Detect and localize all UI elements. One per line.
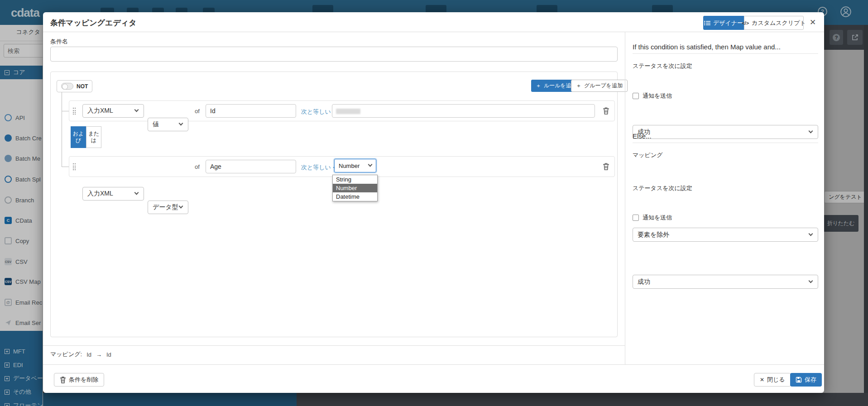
save-icon xyxy=(796,377,802,383)
chevron-down-icon xyxy=(809,231,813,236)
rule1-value-input[interactable] xyxy=(332,104,595,118)
trash-icon xyxy=(60,376,66,383)
divider xyxy=(43,364,824,365)
condition-mapping-editor-dialog: 条件マッピングエディタ デザイナー </> カスタムスクリプト ✕ 条件名 NO… xyxy=(43,12,824,393)
save-button[interactable]: 保存 xyxy=(790,373,822,387)
chevron-down-icon xyxy=(179,204,183,209)
dialog-title: 条件マッピングエディタ xyxy=(50,18,137,28)
rule2-source-select[interactable]: 入力XML xyxy=(82,187,144,201)
rule1-field-input[interactable] xyxy=(206,104,296,118)
tree-connector xyxy=(62,111,69,111)
rule1-attribute-select[interactable]: 値 xyxy=(148,118,188,131)
redacted-value xyxy=(336,109,360,114)
rule2-field-input[interactable] xyxy=(206,160,296,173)
chevron-down-icon xyxy=(179,121,183,126)
chevron-down-icon xyxy=(809,278,813,283)
divider xyxy=(43,32,824,32)
notify2-checkbox[interactable] xyxy=(633,215,639,221)
rule1-operator-link[interactable]: 次と等しい xyxy=(301,108,336,116)
mapping-summary: マッピング: Id → Id xyxy=(50,350,111,358)
divider xyxy=(633,53,818,54)
of-label: of xyxy=(195,108,200,115)
code-icon: </> xyxy=(742,20,749,26)
panel-divider xyxy=(625,32,625,364)
chevron-down-icon xyxy=(134,191,139,195)
else-heading: Else... xyxy=(633,132,652,140)
drag-handle-icon[interactable] xyxy=(73,163,76,170)
rule1-delete-icon[interactable] xyxy=(603,107,609,115)
of-label: of xyxy=(195,163,200,170)
rule1-source-select[interactable]: 入力XML xyxy=(82,104,144,118)
status-select[interactable]: 成功 xyxy=(633,125,818,139)
rule2-operator-link[interactable]: 次と等しい xyxy=(301,163,336,172)
or-button[interactable]: または xyxy=(86,126,101,148)
close-dialog-icon[interactable]: ✕ xyxy=(807,17,818,28)
and-button[interactable]: および xyxy=(71,126,86,148)
plus-icon: ＋ xyxy=(536,82,541,90)
option-string[interactable]: String xyxy=(333,175,377,184)
arrow-right-icon: → xyxy=(96,351,102,358)
type-select-dropdown: String Number Datetime xyxy=(332,175,378,201)
notify-checkbox[interactable] xyxy=(633,93,639,99)
chevron-down-icon xyxy=(368,162,373,167)
delete-condition-button[interactable]: 条件を削除 xyxy=(54,373,104,387)
option-datetime[interactable]: Datetime xyxy=(333,192,377,201)
chevron-down-icon xyxy=(809,129,813,133)
list-icon xyxy=(704,20,710,26)
rule2-type-select[interactable]: Number xyxy=(334,159,376,172)
screen: cdata ? コネクタ コア API Batch Cre xyxy=(0,0,868,406)
mapping-select[interactable]: 要素を除外 xyxy=(633,228,818,242)
tree-connector xyxy=(62,92,62,167)
not-toggle-group: NOT xyxy=(57,80,92,92)
drag-handle-icon[interactable] xyxy=(73,108,76,115)
custom-script-view-button[interactable]: </> カスタムスクリプト xyxy=(744,16,804,30)
status2-label: ステータスを次に設定 xyxy=(633,184,692,192)
status-label: ステータスを次に設定 xyxy=(633,62,692,70)
notify-checkbox-row: 通知を送信 xyxy=(633,92,672,100)
option-number-selected[interactable]: Number xyxy=(333,184,377,192)
status2-select[interactable]: 成功 xyxy=(633,275,818,289)
condition-name-label: 条件名 xyxy=(50,38,68,46)
x-icon: ✕ xyxy=(760,377,764,383)
if-condition-heading: If this condition is satisfied, then Map… xyxy=(633,43,781,51)
close-button[interactable]: ✕ 閉じる xyxy=(754,373,791,387)
not-toggle[interactable] xyxy=(61,83,73,90)
chevron-down-icon xyxy=(134,108,139,112)
condition-name-input[interactable] xyxy=(50,47,618,62)
rule2-delete-icon[interactable] xyxy=(603,162,609,170)
plus-icon: ＋ xyxy=(576,82,581,90)
designer-view-button[interactable]: デザイナー xyxy=(703,16,744,30)
tree-connector xyxy=(62,167,69,167)
not-label: NOT xyxy=(77,83,88,90)
divider xyxy=(43,345,625,346)
divider xyxy=(633,143,818,143)
add-group-button[interactable]: ＋ グループを追加 xyxy=(571,80,628,92)
notify2-checkbox-row: 通知を送信 xyxy=(633,214,672,222)
mapping-label: マッピング xyxy=(633,151,663,159)
rule2-attribute-select[interactable]: データ型 xyxy=(148,201,188,214)
